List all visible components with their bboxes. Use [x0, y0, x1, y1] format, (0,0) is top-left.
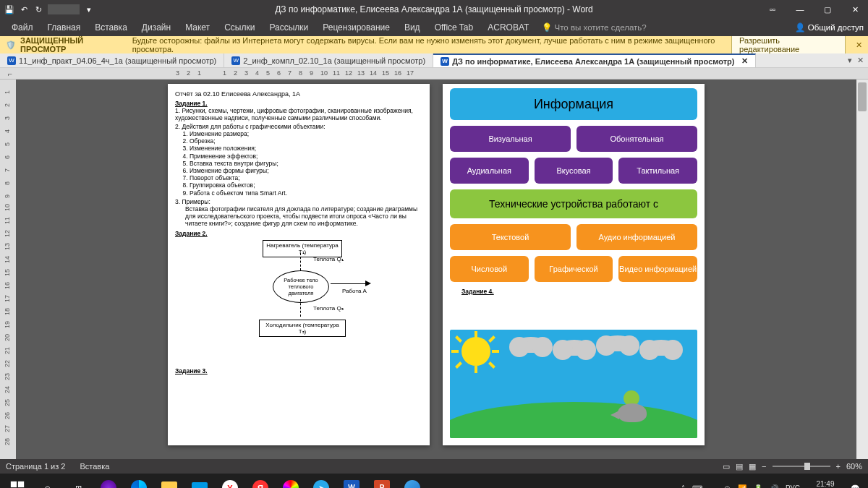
- app-word-icon[interactable]: W: [337, 474, 366, 488]
- shield-icon: 🛡️: [6, 40, 16, 50]
- doc-tab-2[interactable]: W2_инф_компл_02.10_1а (защищенный просмо…: [224, 53, 433, 67]
- tray-app-icon[interactable]: ◎: [724, 484, 731, 489]
- doc-tab-3[interactable]: WДЗ по информатике, Елисеева Александра …: [433, 53, 756, 67]
- tray-keyboard-icon[interactable]: ⌨: [692, 484, 702, 489]
- tray-notifications-icon[interactable]: 💬: [851, 484, 859, 489]
- tab-home[interactable]: Главная: [41, 20, 88, 35]
- tech-graphic: Графической: [535, 256, 613, 282]
- status-section[interactable]: Вставка: [80, 462, 109, 471]
- task2-title: Задание 2.: [175, 230, 422, 237]
- cloud-icon: [515, 337, 547, 353]
- close-button[interactable]: ✕: [845, 2, 865, 17]
- task3-title: Задание 3.: [175, 367, 422, 374]
- task4-title: Задание 4.: [461, 288, 697, 295]
- status-page[interactable]: Страница 1 из 2: [6, 462, 65, 471]
- tabs-dropdown-icon[interactable]: ▾: [848, 56, 852, 65]
- zoom-out-button[interactable]: −: [762, 462, 766, 471]
- qat-dropdown-icon[interactable]: ▾: [84, 4, 94, 14]
- app-pinwheel-icon[interactable]: [276, 474, 305, 488]
- heat-engine-diagram: Нагреватель (температура T₁) Теплота Q₁ …: [219, 240, 378, 341]
- tray-battery-icon[interactable]: 🔋: [754, 484, 762, 489]
- status-bar: Страница 1 из 2 Вставка ▭ ▤ ▦ − + 60%: [0, 459, 868, 474]
- task1-p2: 2. Действия для работы с графическими об…: [175, 123, 422, 130]
- minimize-button[interactable]: —: [790, 2, 810, 17]
- vertical-scrollbar[interactable]: [856, 80, 868, 459]
- diagram-q1: Теплота Q₁: [313, 256, 344, 262]
- zoom-in-button[interactable]: +: [836, 462, 841, 471]
- tabs-close-icon[interactable]: ✕: [857, 56, 864, 65]
- diagram-heater: Нагреватель (температура T₁): [263, 240, 342, 257]
- sun-icon: [461, 337, 490, 366]
- hill: [450, 402, 697, 438]
- svg-rect-0: [11, 481, 17, 487]
- page-2: Информация Визуальная Обонятельная Аудиа…: [443, 84, 705, 445]
- diagram-q2: Теплота Q₂: [313, 305, 344, 312]
- app-mail-icon[interactable]: [185, 474, 214, 488]
- app-explorer-icon[interactable]: [155, 474, 184, 488]
- undo-icon[interactable]: ↶: [19, 4, 29, 14]
- task1-p3: 3. Примеры:: [175, 198, 422, 205]
- tab-view[interactable]: Вид: [397, 20, 427, 35]
- app-generic-icon[interactable]: [398, 474, 427, 488]
- tab-insert[interactable]: Вставка: [88, 20, 135, 35]
- horizontal-ruler: ⌐ 321 1234567891011121314151617: [0, 68, 868, 80]
- tab-design[interactable]: Дизайн: [135, 20, 178, 35]
- ruler-corner: ⌐: [0, 68, 20, 79]
- cloud-icon: [558, 340, 590, 356]
- app-yandex-icon[interactable]: Y: [216, 474, 244, 488]
- view-print-icon[interactable]: ▤: [736, 462, 743, 471]
- redo-icon[interactable]: ↻: [33, 4, 43, 14]
- view-web-icon[interactable]: ▦: [749, 462, 756, 471]
- info-header: Информация: [450, 88, 697, 120]
- ribbon-opts-icon[interactable]: ▫▫: [762, 2, 783, 17]
- zoom-level[interactable]: 60%: [846, 462, 862, 471]
- taskview-icon[interactable]: ⊞: [64, 474, 93, 488]
- tray-clock[interactable]: 21:49 06.06.2022: [807, 480, 843, 488]
- app-edge-icon[interactable]: [124, 474, 153, 488]
- view-read-icon[interactable]: ▭: [723, 462, 730, 471]
- tab-mailings[interactable]: Рассылки: [262, 20, 315, 35]
- tech-header: Технические устройства работают с: [450, 189, 697, 218]
- tab-close-icon[interactable]: ✕: [741, 56, 748, 66]
- task4-drawing: [450, 330, 697, 438]
- tray-lang[interactable]: РУС: [786, 484, 800, 489]
- ribbon-tabs: Файл Главная Вставка Дизайн Макет Ссылки…: [0, 19, 868, 36]
- tab-acrobat[interactable]: ACROBAT: [480, 20, 536, 35]
- tell-me-input[interactable]: 💡 Что вы хотите сделать?: [542, 22, 646, 33]
- search-icon[interactable]: ⌕: [33, 474, 62, 488]
- tray-wifi-icon[interactable]: 📶: [738, 484, 746, 489]
- app-yandex2-icon[interactable]: Я: [246, 474, 275, 488]
- diagram-body: Рабочее тело теплового двигателя: [273, 270, 329, 303]
- task1-p3b: Вставка фотографии писателя для доклада …: [185, 205, 422, 227]
- protected-close-icon[interactable]: ✕: [856, 40, 862, 50]
- tab-review[interactable]: Рецензирование: [315, 20, 397, 35]
- save-icon[interactable]: 💾: [4, 4, 14, 14]
- diagram-cooler: Холодильник (температура T₂): [259, 320, 346, 337]
- tech-text: Текстовой: [450, 224, 571, 250]
- cloud-icon: [602, 335, 634, 351]
- tab-layout[interactable]: Макет: [178, 20, 217, 35]
- share-button[interactable]: 👤 Общий доступ: [795, 22, 864, 33]
- start-button[interactable]: [3, 474, 32, 488]
- app-powerpoint-icon[interactable]: P: [367, 474, 396, 488]
- share-icon: 👤: [795, 22, 805, 33]
- maximize-button[interactable]: ▢: [817, 2, 838, 17]
- tray-volume-icon[interactable]: 🔊: [770, 484, 778, 489]
- app-telegram-icon[interactable]: ➤: [307, 474, 336, 488]
- app-alice-icon[interactable]: [94, 474, 123, 488]
- tray-chevron-icon[interactable]: ˄: [681, 484, 685, 489]
- task1-list: Изменение размера; Обрезка; Изменение по…: [190, 130, 422, 197]
- enable-editing-button[interactable]: Разрешить редактирование: [731, 34, 846, 56]
- document-area: 1234567891011121314151617181920212223242…: [0, 80, 868, 459]
- protected-view-bar: 🛡️ ЗАЩИЩЕННЫЙ ПРОСМОТР Будьте осторожны:…: [0, 36, 868, 53]
- tab-references[interactable]: Ссылки: [217, 20, 262, 35]
- tab-file[interactable]: Файл: [4, 20, 41, 35]
- tray-cloud-icon[interactable]: ☁: [710, 484, 717, 489]
- tab-officetab[interactable]: Office Tab: [427, 20, 481, 35]
- doc-tab-1[interactable]: W11_инф_практ_04.06_4ч_1а (защищенный пр…: [0, 53, 224, 67]
- scrollbar-thumb[interactable]: [858, 82, 867, 111]
- taskbar: ⌕ ⊞ Y Я ➤ W P ˄ ⌨ ☁ ◎ 📶 🔋 🔊 РУС 21:49 06…: [0, 474, 868, 488]
- zoom-slider[interactable]: [773, 466, 830, 467]
- info-audio: Аудиальная: [450, 158, 529, 184]
- document-tabs: W11_инф_практ_04.06_4ч_1а (защищенный пр…: [0, 53, 868, 68]
